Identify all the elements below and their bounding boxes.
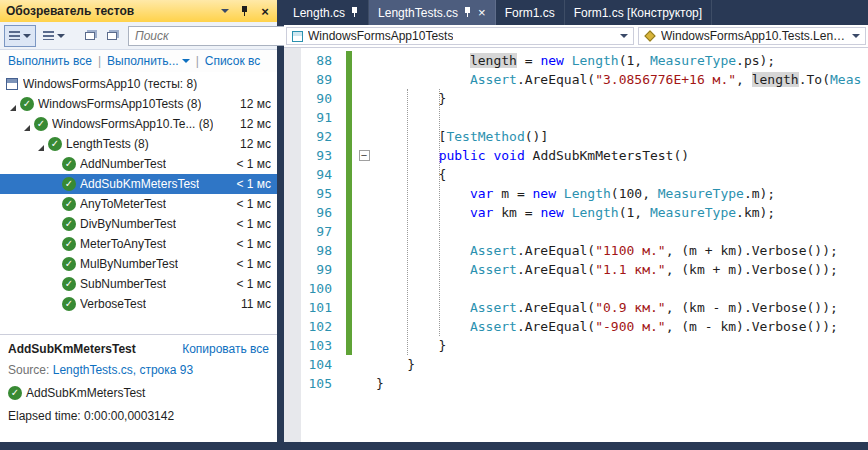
triangle-icon	[24, 125, 30, 131]
code-line[interactable]: 94 {	[284, 165, 868, 184]
code-line[interactable]: 102 Assert.AreEqual("-900 м.", (m - km).…	[284, 317, 868, 336]
code-line[interactable]: 100	[284, 279, 868, 298]
test-explorer-title: Обозреватель тестов	[6, 4, 213, 18]
line-number: 95	[284, 184, 346, 203]
code-line[interactable]: 101 Assert.AreEqual("0.9 км.", (km - m).…	[284, 298, 868, 317]
tree-item-subnumbertest[interactable]: ✓SubNumberTest< 1 мс	[0, 274, 277, 294]
run-menu-link[interactable]: Выполнить...	[107, 54, 190, 68]
options-button[interactable]	[102, 25, 122, 47]
tree-item-lengthtests-8[interactable]: ✓LengthTests (8)12 мс	[0, 134, 277, 154]
chevron-down-icon	[852, 34, 860, 38]
code-line[interactable]: 93– public void AddSubKmMetersTest()	[284, 146, 868, 165]
source-link[interactable]: LengthTests.cs, строка 93	[53, 363, 193, 377]
outline-margin	[352, 184, 376, 203]
pin-window-button[interactable]	[237, 3, 253, 19]
code-text: Assert.AreEqual("3.0856776E+16 м.", leng…	[376, 70, 861, 89]
close-window-button[interactable]: ×	[257, 3, 273, 19]
tab-length-cs[interactable]: Length.cs	[284, 0, 369, 25]
code-line[interactable]: 92 [TestMethod()]	[284, 127, 868, 146]
test-passed-icon: ✓	[34, 117, 48, 131]
code-line[interactable]: 95 var m = new Length(100, MeasureType.m…	[284, 184, 868, 203]
tree-item-mulbynumbertest[interactable]: ✓MulByNumberTest< 1 мс	[0, 254, 277, 274]
tree-item-addnumbertest[interactable]: ✓AddNumberTest< 1 мс	[0, 154, 277, 174]
tree-item-label: WindowsFormsApp10 (тесты: 8)	[23, 77, 197, 91]
tree-item-duration: < 1 мс	[228, 157, 271, 171]
outline-margin	[352, 108, 376, 127]
triangle-icon	[38, 145, 44, 151]
tab-lengthtests-cs[interactable]: LengthTests.cs×	[369, 0, 496, 25]
expander-icon[interactable]	[34, 137, 48, 151]
tree-item-windowsformsapp10-te-8[interactable]: ✓WindowsFormsApp10.Te... (8)12 мс	[0, 114, 277, 134]
code-line[interactable]: 96 var km = new Length(1, MeasureType.km…	[284, 203, 868, 222]
code-line[interactable]: 88 length = new Length(1, MeasureType.ps…	[284, 51, 868, 70]
expander-icon[interactable]	[20, 117, 34, 131]
tab-label: LengthTests.cs	[378, 6, 458, 20]
pin-icon[interactable]	[464, 7, 472, 18]
code-line[interactable]: 98 Assert.AreEqual("1100 м.", (m + km).V…	[284, 241, 868, 260]
layers-icon	[107, 32, 117, 40]
tree-item-label: VerboseTest	[80, 297, 146, 311]
playlist-button[interactable]	[80, 25, 100, 47]
tree-item-windowsformsapp10tests-8[interactable]: ✓WindowsFormsApp10Tests (8)12 мс	[0, 94, 277, 114]
code-line[interactable]: 91	[284, 108, 868, 127]
type-dropdown[interactable]: WindowsFormsApp10.Tests.LengthTests	[638, 27, 866, 45]
tab-form1-cs[interactable]: Form1.cs	[496, 0, 565, 25]
hierarchy-toggle-button[interactable]	[4, 25, 36, 47]
link-separator: |	[98, 54, 101, 68]
code-line[interactable]: 104 }	[284, 355, 868, 374]
pin-icon[interactable]	[351, 7, 359, 18]
tree-item-addsubkmmeterstest[interactable]: ✓AddSubKmMetersTest< 1 мс	[0, 174, 277, 194]
tree-item-verbosetest[interactable]: ✓VerboseTest11 мс	[0, 294, 277, 314]
code-line[interactable]: 90 }	[284, 89, 868, 108]
tree-item-label: WindowsFormsApp10.Te... (8)	[52, 117, 213, 131]
tab-label: Length.cs	[293, 6, 345, 20]
test-tree: WindowsFormsApp10 (тесты: 8)✓WindowsForm…	[0, 72, 277, 334]
code-line[interactable]: 105}	[284, 374, 868, 393]
search-input[interactable]	[133, 28, 294, 44]
outline-margin	[352, 127, 376, 146]
tree-item-divbynumbertest[interactable]: ✓DivByNumberTest< 1 мс	[0, 214, 277, 234]
run-all-link[interactable]: Выполнить все	[8, 54, 92, 68]
line-number: 99	[284, 260, 346, 279]
tree-item-metertoanytest[interactable]: ✓MeterToAnyTest< 1 мс	[0, 234, 277, 254]
window-position-button[interactable]	[217, 3, 233, 19]
outline-margin	[352, 298, 376, 317]
line-number: 94	[284, 165, 346, 184]
code-editor[interactable]: 88 length = new Length(1, MeasureType.ps…	[284, 48, 868, 442]
outline-margin	[352, 355, 376, 374]
test-suite-icon	[6, 78, 18, 90]
line-number: 92	[284, 127, 346, 146]
close-icon[interactable]: ×	[478, 6, 486, 19]
outline-margin	[352, 260, 376, 279]
code-line[interactable]: 99 Assert.AreEqual("1.1 км.", (km + m).V…	[284, 260, 868, 279]
code-line[interactable]: 103 }	[284, 336, 868, 355]
run-links-row: Выполнить все | Выполнить... | Список вс	[0, 50, 277, 72]
link-separator: |	[196, 54, 199, 68]
source-label: Source:	[8, 363, 49, 377]
group-by-button[interactable]	[38, 25, 70, 47]
playlist-link[interactable]: Список вс	[205, 54, 261, 68]
line-number: 96	[284, 203, 346, 222]
tree-item-label: AnyToMeterTest	[80, 197, 166, 211]
tree-item-duration: 12 мс	[232, 97, 271, 111]
expander-icon[interactable]	[6, 97, 20, 111]
test-passed-icon: ✓	[20, 97, 34, 111]
code-line[interactable]: 89 Assert.AreEqual("3.0856776E+16 м.", l…	[284, 70, 868, 89]
code-text: var m = new Length(100, MeasureType.m);	[376, 184, 775, 203]
test-passed-icon: ✓	[62, 157, 76, 171]
code-text: }	[376, 374, 384, 393]
tree-item-anytometertest[interactable]: ✓AnyToMeterTest< 1 мс	[0, 194, 277, 214]
copy-all-link[interactable]: Копировать все	[182, 342, 269, 356]
tab-form1-cs-конструктор[interactable]: Form1.cs [Конструктор]	[565, 0, 712, 25]
collapse-box-icon[interactable]: –	[359, 150, 370, 161]
tree-item-duration: 12 мс	[232, 137, 271, 151]
project-dropdown[interactable]: WindowsFormsApp10Tests	[286, 27, 634, 45]
tree-item-windowsformsapp10-тесты-8[interactable]: WindowsFormsApp10 (тесты: 8)	[0, 74, 277, 94]
navigation-bar: WindowsFormsApp10Tests WindowsFormsApp10…	[284, 25, 868, 48]
outline-margin	[352, 317, 376, 336]
outline-margin: –	[352, 146, 376, 165]
pin-icon	[241, 6, 249, 17]
detail-test-title: AddSubKmMetersTest	[8, 342, 136, 356]
code-line[interactable]: 97	[284, 222, 868, 241]
outline-margin	[352, 374, 376, 393]
